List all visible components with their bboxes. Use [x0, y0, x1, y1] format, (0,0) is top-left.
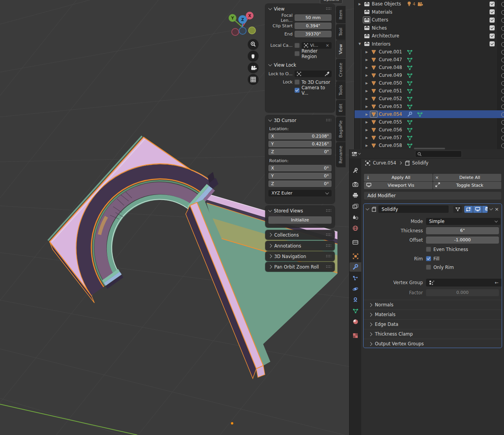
- npanel-tab-view[interactable]: View: [336, 41, 345, 58]
- assign-arrow-icon[interactable]: ←: [495, 280, 499, 285]
- expand-arrow-icon[interactable]: ▶: [365, 97, 369, 101]
- tab-render[interactable]: [350, 180, 360, 189]
- cursor-y-field[interactable]: Y0.4216": [268, 141, 332, 147]
- expand-arrow-icon[interactable]: ▶: [365, 128, 369, 132]
- outliner-curve-row[interactable]: ▶ Curve.001: [355, 48, 504, 56]
- close-icon[interactable]: ×: [495, 206, 499, 212]
- hide-icon[interactable]: [501, 128, 504, 133]
- thickness-field[interactable]: 6": [426, 227, 499, 234]
- panel-grip[interactable]: [326, 255, 331, 258]
- extras-menu-icon[interactable]: [489, 207, 493, 210]
- render-display-toggle[interactable]: [482, 206, 487, 213]
- npanel-section-collections[interactable]: Collections: [265, 230, 335, 240]
- panel-grip[interactable]: [326, 244, 331, 248]
- modifier-name-field[interactable]: Solidify: [378, 205, 449, 213]
- outliner-curve-row[interactable]: ▶ Curve.048: [355, 64, 504, 71]
- hide-icon[interactable]: [501, 97, 504, 101]
- panel-grip[interactable]: [326, 265, 331, 269]
- panel-grip[interactable]: [326, 233, 331, 237]
- subpanel-materials[interactable]: Materials: [364, 309, 502, 319]
- cursor-rz-field[interactable]: Z0°: [268, 180, 332, 187]
- outliner-curve-row[interactable]: ▶ Curve.051: [355, 87, 504, 95]
- outliner-curve-row[interactable]: ▶ Curve.054: [355, 110, 504, 118]
- grid-ortho-button[interactable]: [248, 74, 259, 85]
- clip-end-field[interactable]: 39370": [295, 31, 332, 37]
- outliner-curve-row[interactable]: ▶ Curve.056: [355, 126, 504, 134]
- to-3d-cursor-checkbox[interactable]: [295, 80, 300, 85]
- collapse-icon[interactable]: [268, 118, 272, 122]
- expand-arrow-icon[interactable]: ▶: [365, 136, 369, 140]
- hide-icon[interactable]: [501, 120, 504, 125]
- outliner-curve-row[interactable]: ▶ Curve.047: [355, 56, 504, 64]
- outliner-collection-row[interactable]: ▼ Interiors: [355, 40, 504, 48]
- tab-object-data[interactable]: [350, 306, 360, 315]
- subpanel-edge-data[interactable]: Edge Data: [364, 319, 502, 329]
- local-camera-checkbox[interactable]: [295, 43, 300, 48]
- outliner-curve-row[interactable]: ▶ Curve.050: [355, 79, 504, 87]
- expand-arrow-icon[interactable]: ▶: [365, 113, 369, 116]
- outliner-curve-row[interactable]: ▶ Curve.057: [355, 134, 504, 141]
- collapse-icon[interactable]: [268, 265, 272, 269]
- collapse-icon[interactable]: [369, 342, 373, 346]
- cursor-rx-field[interactable]: X0°: [268, 165, 332, 172]
- collapse-icon[interactable]: [369, 322, 373, 326]
- delete-all-button[interactable]: ×Delete All: [433, 174, 502, 181]
- outliner-collection-row[interactable]: Materials: [355, 8, 504, 16]
- on-cage-toggle[interactable]: [464, 206, 473, 213]
- cursor-x-field[interactable]: X0.2108": [268, 133, 332, 140]
- npanel-tab-tool[interactable]: Tool: [336, 24, 345, 39]
- outliner-collection-row[interactable]: Architecture: [355, 32, 504, 40]
- collection-checkbox[interactable]: [490, 2, 495, 7]
- collapse-icon[interactable]: [369, 303, 373, 307]
- tab-constraints[interactable]: [350, 295, 360, 304]
- edit-mode-toggle[interactable]: [453, 206, 462, 213]
- collection-checkbox[interactable]: [490, 25, 495, 30]
- subpanel-output-vertex-groups[interactable]: Output Vertex Groups: [364, 339, 502, 348]
- collapse-arrow-icon[interactable]: ▼: [358, 42, 362, 46]
- navigation-gizmo[interactable]: Y X Z: [224, 10, 261, 39]
- tab-collection[interactable]: [350, 237, 360, 247]
- breadcrumb-modifier[interactable]: Solidify: [412, 160, 429, 166]
- hide-icon[interactable]: [501, 26, 504, 31]
- npanel-tab-tools[interactable]: Tools: [336, 81, 345, 99]
- only-rim-checkbox[interactable]: [426, 265, 431, 270]
- collapse-icon[interactable]: [268, 62, 272, 66]
- outliner-collection-row-active[interactable]: Cutters: [355, 16, 504, 24]
- expand-arrow-icon[interactable]: ▶: [358, 2, 362, 6]
- hide-icon[interactable]: [501, 18, 504, 23]
- collection-checkbox[interactable]: [490, 34, 495, 39]
- tab-scene[interactable]: [350, 212, 360, 222]
- tab-world[interactable]: [350, 223, 360, 233]
- collection-checkbox[interactable]: [490, 41, 495, 46]
- properties-search[interactable]: [415, 150, 462, 157]
- collapse-icon[interactable]: [268, 255, 272, 258]
- hide-icon[interactable]: [501, 89, 504, 94]
- expand-arrow-icon[interactable]: ▶: [365, 81, 369, 85]
- npanel-tab-edit[interactable]: Edit: [336, 100, 345, 115]
- hide-icon[interactable]: [501, 42, 504, 47]
- collapse-icon[interactable]: [369, 332, 373, 336]
- offset-field[interactable]: -1.0000: [426, 237, 499, 244]
- outliner-curve-row[interactable]: ▶ Curve.049: [355, 71, 504, 79]
- tab-texture[interactable]: [350, 331, 360, 340]
- panel-grip[interactable]: [326, 209, 331, 212]
- npanel-tab-bagapie[interactable]: BagaPie: [336, 117, 345, 141]
- expand-arrow-icon[interactable]: ▶: [365, 89, 369, 93]
- collapse-icon[interactable]: [268, 208, 272, 212]
- collapse-icon[interactable]: [268, 6, 272, 10]
- hide-icon[interactable]: [501, 81, 504, 86]
- tab-output[interactable]: [350, 191, 360, 200]
- expand-arrow-icon[interactable]: ▶: [365, 144, 369, 147]
- collection-checkbox[interactable]: [490, 18, 495, 23]
- collapse-icon[interactable]: [369, 313, 373, 317]
- hide-icon[interactable]: [501, 143, 504, 148]
- npanel-tab-rename[interactable]: Rename: [336, 142, 345, 167]
- panel-grip[interactable]: [326, 118, 331, 122]
- hide-icon[interactable]: [501, 50, 504, 55]
- outliner-curve-row[interactable]: ▶ Curve.053: [355, 103, 504, 110]
- focal-length-field[interactable]: 50 mm: [295, 14, 332, 21]
- even-thickness-checkbox[interactable]: [426, 247, 431, 252]
- subpanel-thickness-clamp[interactable]: Thickness Clamp: [364, 329, 502, 339]
- tab-material[interactable]: [350, 317, 360, 326]
- local-camera-field[interactable]: Vi... ×: [302, 42, 332, 49]
